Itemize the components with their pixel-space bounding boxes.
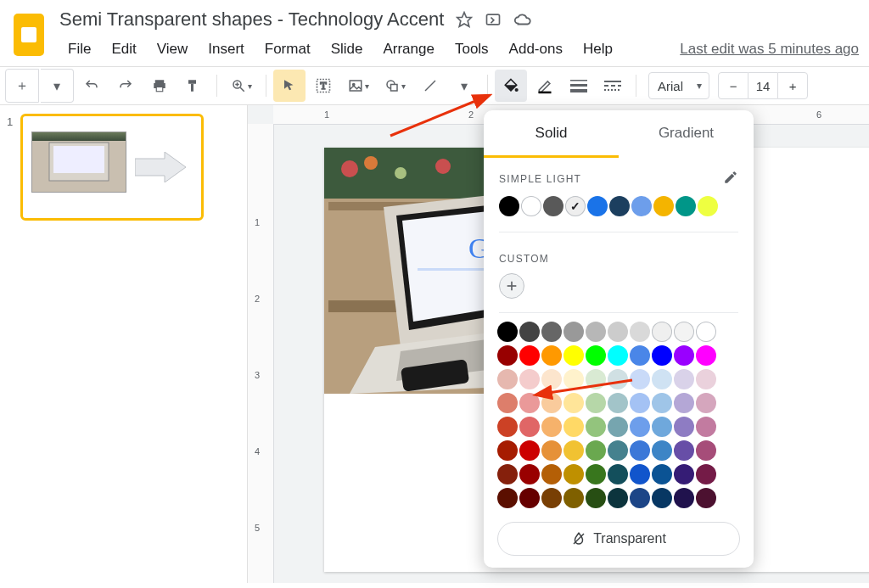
fill-color-button[interactable] bbox=[495, 70, 527, 102]
theme-swatch[interactable] bbox=[521, 196, 541, 216]
theme-swatch[interactable] bbox=[565, 196, 586, 216]
palette-swatch[interactable] bbox=[586, 488, 606, 508]
palette-swatch[interactable] bbox=[696, 345, 716, 366]
border-color-button[interactable] bbox=[529, 70, 561, 102]
palette-swatch[interactable] bbox=[563, 488, 584, 508]
palette-swatch[interactable] bbox=[630, 322, 650, 342]
palette-swatch[interactable] bbox=[674, 488, 694, 508]
palette-swatch[interactable] bbox=[586, 417, 606, 437]
image-tool[interactable]: ▾ bbox=[341, 70, 376, 102]
palette-swatch[interactable] bbox=[608, 369, 628, 389]
font-size-input[interactable]: 14 bbox=[748, 72, 777, 99]
menu-edit[interactable]: Edit bbox=[103, 37, 144, 61]
palette-swatch[interactable] bbox=[563, 464, 584, 484]
paint-format-button[interactable] bbox=[177, 70, 210, 102]
zoom-button[interactable]: ▾ bbox=[224, 70, 259, 102]
document-title[interactable]: Semi Transparent shapes - Technology Acc… bbox=[59, 7, 444, 32]
palette-swatch[interactable] bbox=[630, 369, 650, 389]
palette-swatch[interactable] bbox=[541, 464, 562, 484]
palette-swatch[interactable] bbox=[652, 393, 672, 413]
palette-swatch[interactable] bbox=[696, 488, 716, 508]
slides-logo[interactable] bbox=[10, 12, 48, 59]
palette-swatch[interactable] bbox=[652, 345, 672, 366]
palette-swatch[interactable] bbox=[652, 322, 672, 342]
palette-swatch[interactable] bbox=[674, 345, 694, 366]
palette-swatch[interactable] bbox=[519, 417, 540, 437]
new-slide-button[interactable]: ＋ bbox=[5, 69, 39, 103]
palette-swatch[interactable] bbox=[674, 322, 694, 342]
border-dash-button[interactable] bbox=[597, 70, 629, 102]
palette-swatch[interactable] bbox=[630, 464, 650, 484]
palette-swatch[interactable] bbox=[674, 417, 694, 437]
palette-swatch[interactable] bbox=[497, 322, 518, 342]
shape-tool[interactable]: ▾ bbox=[378, 70, 412, 102]
palette-swatch[interactable] bbox=[608, 488, 628, 508]
print-button[interactable] bbox=[143, 70, 176, 102]
theme-swatch[interactable] bbox=[587, 196, 608, 216]
menu-addons[interactable]: Add-ons bbox=[501, 37, 571, 61]
font-select[interactable]: Arial bbox=[648, 72, 709, 99]
palette-swatch[interactable] bbox=[541, 488, 562, 508]
palette-swatch[interactable] bbox=[674, 464, 694, 484]
palette-swatch[interactable] bbox=[563, 393, 584, 413]
palette-swatch[interactable] bbox=[586, 440, 606, 461]
line-tool[interactable] bbox=[414, 70, 446, 102]
palette-swatch[interactable] bbox=[652, 440, 672, 461]
palette-swatch[interactable] bbox=[586, 345, 606, 366]
menu-slide[interactable]: Slide bbox=[322, 37, 372, 61]
palette-swatch[interactable] bbox=[652, 488, 672, 508]
palette-swatch[interactable] bbox=[630, 440, 650, 461]
palette-swatch[interactable] bbox=[586, 393, 606, 413]
tab-solid[interactable]: Solid bbox=[484, 110, 619, 158]
palette-swatch[interactable] bbox=[541, 322, 562, 342]
palette-swatch[interactable] bbox=[497, 488, 518, 508]
palette-swatch[interactable] bbox=[519, 464, 540, 484]
theme-swatch[interactable] bbox=[609, 196, 630, 216]
palette-swatch[interactable] bbox=[608, 393, 628, 413]
palette-swatch[interactable] bbox=[563, 345, 584, 366]
star-icon[interactable] bbox=[456, 11, 473, 28]
redo-button[interactable] bbox=[109, 70, 142, 102]
palette-swatch[interactable] bbox=[541, 345, 562, 366]
palette-swatch[interactable] bbox=[608, 322, 628, 342]
last-edit-link[interactable]: Last edit was 5 minutes ago bbox=[680, 41, 859, 58]
tab-gradient[interactable]: Gradient bbox=[619, 110, 754, 158]
menu-view[interactable]: View bbox=[149, 37, 197, 61]
palette-swatch[interactable] bbox=[630, 393, 650, 413]
theme-swatch[interactable] bbox=[698, 196, 718, 216]
palette-swatch[interactable] bbox=[696, 440, 716, 461]
palette-swatch[interactable] bbox=[519, 440, 540, 461]
palette-swatch[interactable] bbox=[541, 369, 562, 389]
theme-swatch[interactable] bbox=[499, 196, 519, 216]
palette-swatch[interactable] bbox=[563, 322, 584, 342]
palette-swatch[interactable] bbox=[608, 345, 628, 366]
palette-swatch[interactable] bbox=[497, 393, 518, 413]
transparent-button[interactable]: Transparent bbox=[497, 522, 740, 556]
cloud-icon[interactable] bbox=[513, 11, 530, 28]
palette-swatch[interactable] bbox=[696, 417, 716, 437]
palette-swatch[interactable] bbox=[696, 322, 716, 342]
palette-swatch[interactable] bbox=[696, 464, 716, 484]
theme-swatch[interactable] bbox=[676, 196, 696, 216]
palette-swatch[interactable] bbox=[652, 369, 672, 389]
menu-help[interactable]: Help bbox=[575, 37, 621, 61]
palette-swatch[interactable] bbox=[497, 464, 518, 484]
palette-swatch[interactable] bbox=[497, 345, 518, 366]
palette-swatch[interactable] bbox=[586, 322, 606, 342]
palette-swatch[interactable] bbox=[563, 417, 584, 437]
border-weight-button[interactable] bbox=[563, 70, 595, 102]
menu-tools[interactable]: Tools bbox=[446, 37, 497, 61]
menu-file[interactable]: File bbox=[59, 37, 99, 61]
font-size-decrease[interactable]: − bbox=[718, 72, 748, 99]
menu-insert[interactable]: Insert bbox=[199, 37, 253, 61]
palette-swatch[interactable] bbox=[608, 417, 628, 437]
palette-swatch[interactable] bbox=[608, 464, 628, 484]
palette-swatch[interactable] bbox=[696, 393, 716, 413]
palette-swatch[interactable] bbox=[696, 369, 716, 389]
palette-swatch[interactable] bbox=[519, 393, 540, 413]
palette-swatch[interactable] bbox=[563, 369, 584, 389]
theme-swatch[interactable] bbox=[543, 196, 563, 216]
palette-swatch[interactable] bbox=[497, 369, 518, 389]
palette-swatch[interactable] bbox=[541, 440, 562, 461]
menu-format[interactable]: Format bbox=[256, 37, 319, 61]
